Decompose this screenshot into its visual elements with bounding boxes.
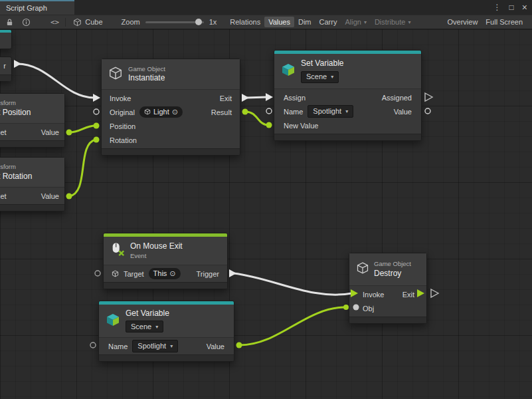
node-header: Game Object Destroy	[349, 253, 426, 286]
port-setvariable-value[interactable]	[425, 108, 430, 114]
port-instantiate-result[interactable]	[242, 109, 248, 115]
node-accent	[0, 30, 11, 33]
rotation-port-label: Rotation	[110, 136, 137, 144]
port-destroy-obj[interactable]	[353, 305, 359, 311]
node-footer	[102, 148, 240, 155]
node-header: Get Variable Scene ▾	[99, 305, 234, 338]
port-mouseexit-target[interactable]	[95, 271, 100, 276]
zoom-value: 1x	[209, 18, 217, 26]
maximize-icon[interactable]: □	[509, 3, 514, 12]
port-destroy-exit-outer[interactable]	[431, 289, 438, 297]
chevron-down-icon: ▾	[408, 19, 410, 25]
overview-button[interactable]: Overview	[444, 17, 482, 27]
obj-port-label: Obj	[363, 305, 374, 313]
carry-button[interactable]: Carry	[315, 17, 341, 27]
port-getposition-value[interactable]	[66, 130, 72, 136]
tab-script-graph[interactable]: Script Graph	[0, 0, 74, 15]
toolbar-separator	[65, 18, 66, 27]
position-port-label: Position	[110, 122, 135, 130]
graph-toolbar: <> Cube Zoom 1x Relations Values Dim Car…	[0, 15, 532, 29]
game-object-cube-icon	[356, 261, 369, 277]
lock-icon[interactable]	[5, 18, 14, 27]
object-field-value: This	[153, 269, 167, 278]
align-button[interactable]: Align ▾	[341, 17, 370, 27]
wire-rotation-value[interactable]	[69, 140, 96, 196]
wire-trigger-to-invoke[interactable]	[234, 273, 352, 295]
port-instantiate-exit[interactable]	[242, 94, 249, 102]
node-on-mouse-exit[interactable]: On Mouse Exit Event Target This ⊙ Trigge…	[103, 233, 228, 289]
distribute-button[interactable]: Distribute ▾	[371, 17, 414, 27]
node-header: Transform Get Position	[0, 94, 64, 124]
port-getvariable-value[interactable]	[236, 342, 242, 348]
original-port-label: Original	[110, 108, 135, 116]
node-fragment-event[interactable]: r	[0, 57, 12, 81]
port-instantiate-rotation[interactable]	[94, 137, 100, 143]
new-value-port-label: New Value	[284, 122, 318, 130]
variable-name-dropdown[interactable]: Spotlight ▾	[132, 340, 178, 352]
node-footer	[0, 204, 64, 211]
variable-scope-dropdown[interactable]: Scene ▾	[301, 71, 339, 83]
relations-button[interactable]: Relations	[226, 17, 264, 27]
node-footer	[0, 74, 11, 81]
info-icon[interactable]	[22, 18, 31, 27]
exit-port-label: Exit	[402, 291, 414, 299]
node-fragment-top[interactable]	[0, 29, 12, 49]
chevron-down-icon: ▾	[155, 324, 158, 331]
node-title: On Mouse Exit	[130, 242, 183, 251]
code-view-icon[interactable]: <>	[50, 18, 59, 27]
value-port-label: Value	[41, 128, 59, 136]
port-getrotation-value[interactable]	[66, 194, 72, 200]
wire-end-obj-dot[interactable]	[343, 305, 349, 310]
variable-icon	[281, 63, 296, 80]
wire-exit-to-assign[interactable]	[246, 97, 267, 98]
cube-icon	[73, 18, 82, 27]
port-setvariable-assigned[interactable]	[425, 93, 432, 101]
dim-button[interactable]: Dim	[294, 17, 315, 27]
object-picker-icon[interactable]: ⊙	[172, 107, 178, 116]
variable-name-dropdown[interactable]: Spotlight ▾	[308, 105, 353, 117]
zoom-label: Zoom	[122, 18, 140, 26]
node-get-variable[interactable]: Get Variable Scene ▾ Name Spotlight ▾	[98, 301, 234, 362]
node-title: Set Variable	[301, 59, 343, 68]
pane-menu-icon[interactable]: ⋮	[493, 3, 501, 12]
object-picker-icon[interactable]: ⊙	[169, 269, 175, 278]
zoom-slider-handle[interactable]	[195, 19, 202, 25]
node-set-variable[interactable]: Set Variable Scene ▾ Assign Assigned	[274, 50, 422, 141]
object-field-this[interactable]: This ⊙	[149, 268, 181, 279]
target-port-label: Target	[0, 128, 7, 136]
wire-variable-to-obj[interactable]	[240, 307, 345, 345]
wire-position-value[interactable]	[69, 126, 96, 132]
port-setvariable-newvalue[interactable]	[266, 122, 272, 128]
variable-scope-dropdown[interactable]: Scene ▾	[126, 321, 163, 332]
invoke-port-label: Invoke	[363, 291, 384, 299]
result-port-label: Result	[211, 108, 232, 116]
distribute-label: Distribute	[375, 18, 405, 26]
node-header: On Mouse Exit Event	[104, 237, 227, 265]
object-field-light[interactable]: Light ⊙	[139, 106, 183, 117]
assign-port-label: Assign	[284, 94, 306, 102]
fullscreen-button[interactable]: Full Screen	[482, 17, 527, 27]
node-destroy[interactable]: Game Object Destroy Invoke Exit Obj	[349, 253, 427, 324]
port-instantiate-invoke[interactable]	[93, 94, 100, 102]
values-button[interactable]: Values	[264, 17, 294, 27]
port-setvariable-name[interactable]	[266, 108, 272, 114]
game-object-cube-icon	[108, 66, 123, 83]
node-category: Transform	[0, 100, 31, 106]
port-instantiate-position[interactable]	[94, 123, 100, 129]
node-title: Get Position	[0, 108, 31, 117]
node-get-rotation[interactable]: Transform Get Rotation Target Value	[0, 157, 65, 211]
node-get-position[interactable]: Transform Get Position Target Value	[0, 93, 65, 148]
port-mouseexit-trigger[interactable]	[229, 269, 236, 277]
node-category: Game Object	[374, 261, 411, 267]
port-fragment-exit[interactable]	[14, 60, 21, 68]
node-instantiate[interactable]: Game Object Instantiate Invoke Exit Orig…	[101, 59, 240, 156]
wire-result-to-newvalue[interactable]	[246, 112, 268, 125]
port-getvariable-name[interactable]	[90, 342, 96, 348]
graph-canvas[interactable]: r Transform Get Position Target Value	[0, 29, 532, 399]
close-icon[interactable]: ×	[522, 2, 527, 13]
zoom-slider[interactable]	[145, 21, 204, 23]
port-setvariable-assign[interactable]	[266, 93, 273, 101]
tab-title: Script Graph	[6, 4, 47, 12]
port-instantiate-original[interactable]	[94, 109, 99, 114]
object-field-value: Light	[153, 107, 169, 116]
